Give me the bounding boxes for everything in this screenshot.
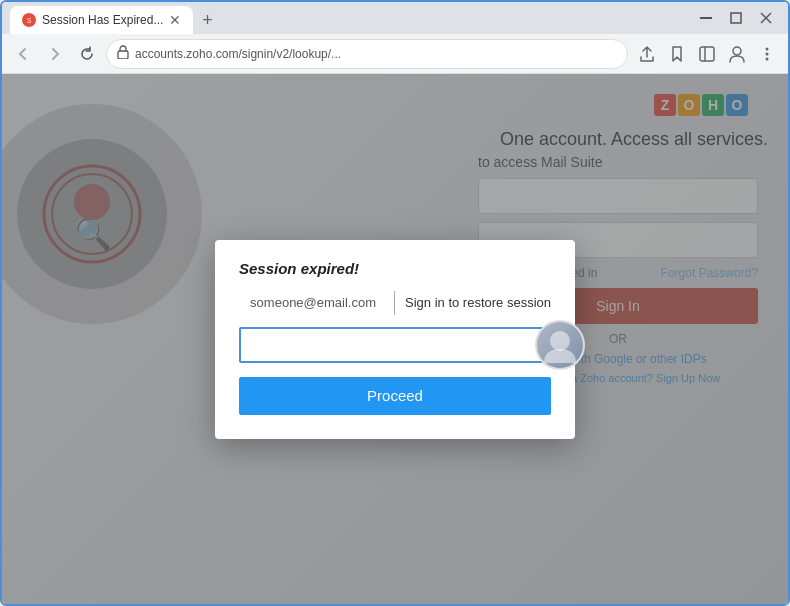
dialog-overlay: Session expired! someone@email.com Sign … [2, 74, 788, 604]
browser-menu-icon[interactable] [754, 41, 780, 67]
profile-icon[interactable] [724, 41, 750, 67]
new-tab-button[interactable]: + [193, 6, 221, 34]
svg-rect-6 [118, 51, 128, 59]
page-content: 🔍 Z O H O One account. Access all servic… [2, 74, 788, 604]
maximize-button[interactable] [722, 7, 750, 29]
browser-frame: S Session Has Expired... ✕ + [0, 0, 790, 606]
tab-area: S Session Has Expired... ✕ + [10, 2, 688, 34]
tab-close-button[interactable]: ✕ [169, 13, 181, 27]
svg-rect-3 [731, 13, 741, 23]
svg-point-10 [733, 47, 741, 55]
url-text: accounts.zoho.com/signin/v2/lookup/... [135, 47, 617, 61]
svg-point-11 [766, 47, 769, 50]
window-controls [692, 7, 780, 29]
svg-point-12 [766, 52, 769, 55]
toolbar-icons [634, 41, 780, 67]
dialog-email: someone@email.com [239, 295, 384, 310]
tab-title: Session Has Expired... [42, 13, 163, 27]
forward-button[interactable] [42, 41, 68, 67]
proceed-button[interactable]: Proceed [239, 377, 551, 415]
svg-point-13 [766, 57, 769, 60]
svg-marker-7 [673, 47, 681, 61]
title-bar: S Session Has Expired... ✕ + [2, 2, 788, 34]
share-icon[interactable] [634, 41, 660, 67]
svg-rect-8 [700, 47, 714, 61]
tab-favicon: S [22, 13, 36, 27]
password-input[interactable] [239, 327, 551, 363]
dialog-title: Session expired! [239, 260, 551, 277]
bookmark-icon[interactable] [664, 41, 690, 67]
address-input[interactable]: accounts.zoho.com/signin/v2/lookup/... [106, 39, 628, 69]
avatar [535, 320, 585, 370]
sidebar-toggle-icon[interactable] [694, 41, 720, 67]
dialog-divider [394, 291, 395, 315]
dialog-restore-text: Sign in to restore session [405, 295, 551, 310]
dialog-email-row: someone@email.com Sign in to restore ses… [239, 291, 551, 315]
close-window-button[interactable] [752, 7, 780, 29]
address-bar: accounts.zoho.com/signin/v2/lookup/... [2, 34, 788, 74]
minimize-button[interactable] [692, 7, 720, 29]
active-tab[interactable]: S Session Has Expired... ✕ [10, 6, 193, 34]
back-button[interactable] [10, 41, 36, 67]
security-lock-icon [117, 45, 129, 62]
session-expired-dialog: Session expired! someone@email.com Sign … [215, 240, 575, 439]
svg-text:S: S [27, 17, 32, 24]
svg-point-18 [550, 331, 570, 351]
svg-rect-2 [700, 17, 712, 19]
refresh-button[interactable] [74, 41, 100, 67]
